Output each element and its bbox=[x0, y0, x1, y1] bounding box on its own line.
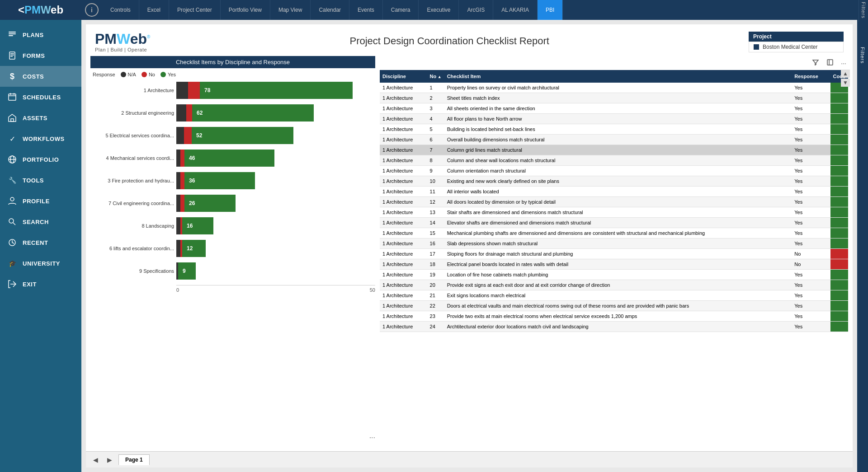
page-footer: ◀ ▶ Page 1 bbox=[86, 451, 853, 467]
na-dot bbox=[121, 72, 126, 77]
sidebar-item-assets[interactable]: ASSETS bbox=[0, 107, 81, 128]
bar-label: 3 Fire protection and hydrau... bbox=[90, 178, 174, 183]
filter-icon[interactable] bbox=[810, 58, 821, 68]
sidebar-item-profile[interactable]: PROFILE bbox=[0, 191, 81, 211]
costs-label: COSTS bbox=[23, 73, 44, 80]
sidebar-item-costs[interactable]: $ COSTS bbox=[0, 66, 81, 87]
table-scroll[interactable]: Discipline No Checklist Item Response Co… bbox=[380, 70, 848, 447]
exit-icon bbox=[7, 279, 17, 289]
bar-yes-segment bbox=[192, 104, 314, 122]
more-icon[interactable]: ··· bbox=[839, 59, 848, 68]
sidebar-item-plans[interactable]: PLANS bbox=[0, 24, 81, 45]
col-no[interactable]: No bbox=[427, 70, 444, 83]
table-row[interactable]: 1 Architecture2Sheet titles match indexY… bbox=[380, 93, 848, 103]
bar-na-segment bbox=[176, 217, 180, 234]
cell-code bbox=[830, 249, 849, 259]
table-row[interactable]: 1 Architecture17Sloping floors for drain… bbox=[380, 249, 848, 259]
table-row[interactable]: 1 Architecture23Provide two exits at mai… bbox=[380, 311, 848, 322]
expand-icon[interactable] bbox=[825, 58, 835, 68]
col-checklist-item: Checklist Item bbox=[444, 70, 792, 83]
nav-tab-controls[interactable]: Controls bbox=[102, 0, 139, 20]
info-icon[interactable]: i bbox=[85, 3, 99, 17]
page-prev-arrow[interactable]: ◀ bbox=[90, 455, 101, 464]
scroll-up-arrow[interactable]: ▲ bbox=[841, 70, 850, 78]
project-dot bbox=[754, 44, 759, 50]
page-next-arrow[interactable]: ▶ bbox=[104, 455, 115, 464]
table-row[interactable]: 1 Architecture5Building is located behin… bbox=[380, 124, 848, 135]
sidebar-item-workflows[interactable]: ✓ WORKFLOWS bbox=[0, 128, 81, 149]
svg-rect-3 bbox=[9, 52, 15, 59]
cell-no: 20 bbox=[427, 280, 444, 290]
nav-tab-portfolio-view[interactable]: Portfolio View bbox=[221, 0, 270, 20]
table-row[interactable]: 1 Architecture14Elevator shafts are dime… bbox=[380, 218, 848, 228]
chart-bar-row: 5 Electrical services coordina...52 bbox=[176, 127, 375, 144]
page-tab-1[interactable]: Page 1 bbox=[118, 454, 150, 465]
table-row[interactable]: 1 Architecture3All sheets oriented in th… bbox=[380, 103, 848, 114]
cell-response: Yes bbox=[792, 166, 830, 176]
table-row[interactable]: 1 Architecture13Stair shafts are dimensi… bbox=[380, 207, 848, 218]
nav-tab-arcgis[interactable]: ArcGIS bbox=[459, 0, 493, 20]
sidebar-item-university[interactable]: 🎓 UNIVERSITY bbox=[0, 253, 81, 274]
sidebar-item-schedules[interactable]: SCHEDULES bbox=[0, 87, 81, 107]
sidebar-item-recent[interactable]: RECENT bbox=[0, 232, 81, 253]
cell-checklist-item: Sheet titles match index bbox=[444, 93, 792, 103]
table-row[interactable]: 1 Architecture18Electrical panel boards … bbox=[380, 259, 848, 270]
cell-response: Yes bbox=[792, 135, 830, 145]
table-row[interactable]: 1 Architecture19Location of fire hose ca… bbox=[380, 270, 848, 280]
table-row[interactable]: 1 Architecture9Column orientation march … bbox=[380, 166, 848, 176]
cell-response: Yes bbox=[792, 311, 830, 322]
cell-discipline: 1 Architecture bbox=[380, 83, 427, 93]
table-row[interactable]: 1 Architecture1Property lines on survey … bbox=[380, 83, 848, 93]
table-row[interactable]: 1 Architecture12All doors located by dim… bbox=[380, 197, 848, 207]
nav-tab-alakaria[interactable]: AL AKARIA bbox=[493, 0, 538, 20]
nav-tab-excel[interactable]: Excel bbox=[139, 0, 169, 20]
table-row[interactable]: 1 Architecture22Doors at electrical vaul… bbox=[380, 301, 848, 311]
bar-na-segment bbox=[176, 172, 180, 189]
nav-tab-map-view[interactable]: Map View bbox=[270, 0, 311, 20]
table-row[interactable]: 1 Architecture10Existing and new work cl… bbox=[380, 176, 848, 187]
cell-discipline: 1 Architecture bbox=[380, 166, 427, 176]
bar-na-segment bbox=[176, 240, 180, 257]
cell-code bbox=[830, 103, 849, 114]
sidebar-item-tools[interactable]: 🔧 TOOLS bbox=[0, 170, 81, 191]
table-row[interactable]: 1 Architecture8Column and shear wall loc… bbox=[380, 155, 848, 166]
cell-response: Yes bbox=[792, 270, 830, 280]
svg-rect-4 bbox=[10, 53, 14, 54]
chart-bar-row: 7 Civil engineering coordina...26 bbox=[176, 195, 375, 212]
bar-na-segment bbox=[176, 150, 180, 167]
sidebar-item-portfolio[interactable]: PORTFOLIO bbox=[0, 149, 81, 170]
nav-tab-pbi[interactable]: PBI bbox=[538, 0, 563, 20]
table-row[interactable]: 1 Architecture4All floor plans to have N… bbox=[380, 114, 848, 124]
table-row[interactable]: 1 Architecture20Provide exit signs at ea… bbox=[380, 280, 848, 290]
bar-no-segment bbox=[188, 82, 200, 99]
table-row[interactable]: 1 Architecture11All interior walls locat… bbox=[380, 187, 848, 197]
svg-rect-0 bbox=[9, 32, 16, 33]
cell-discipline: 1 Architecture bbox=[380, 124, 427, 135]
table-row[interactable]: 1 Architecture21Exit signs locations mar… bbox=[380, 290, 848, 301]
bar-segments bbox=[176, 195, 236, 212]
cell-checklist-item: Sloping floors for drainage match struct… bbox=[444, 249, 792, 259]
svg-rect-1 bbox=[9, 33, 16, 34]
cell-no: 6 bbox=[427, 135, 444, 145]
nav-tab-events[interactable]: Events bbox=[349, 0, 383, 20]
table-row[interactable]: 1 Architecture24Archtitectural exterior … bbox=[380, 322, 848, 332]
table-row[interactable]: 1 Architecture16Slab depressions shown m… bbox=[380, 238, 848, 249]
nav-tab-calendar[interactable]: Calendar bbox=[311, 0, 349, 20]
sidebar-item-forms[interactable]: FORMS bbox=[0, 45, 81, 66]
bar-label: 9 Specifications bbox=[90, 268, 174, 274]
search-icon bbox=[7, 217, 17, 227]
filters-side-button[interactable]: Filters bbox=[859, 0, 868, 22]
nav-tab-executive[interactable]: Executive bbox=[419, 0, 459, 20]
no-dot bbox=[142, 72, 147, 77]
cell-no: 22 bbox=[427, 301, 444, 311]
table-row[interactable]: 1 Architecture15Mechanical plumbing shaf… bbox=[380, 228, 848, 238]
cell-discipline: 1 Architecture bbox=[380, 238, 427, 249]
sidebar-item-search[interactable]: SEARCH bbox=[0, 211, 81, 232]
table-row[interactable]: 1 Architecture6Overall building dimensio… bbox=[380, 135, 848, 145]
scroll-down-arrow[interactable]: ▼ bbox=[841, 79, 850, 87]
nav-tab-camera[interactable]: Camera bbox=[383, 0, 419, 20]
chart-more-button[interactable]: ... bbox=[369, 432, 375, 440]
nav-tab-project-center[interactable]: Project Center bbox=[169, 0, 221, 20]
table-row[interactable]: 1 Architecture7Column grid lines match s… bbox=[380, 145, 848, 155]
sidebar-item-exit[interactable]: EXIT bbox=[0, 274, 81, 294]
